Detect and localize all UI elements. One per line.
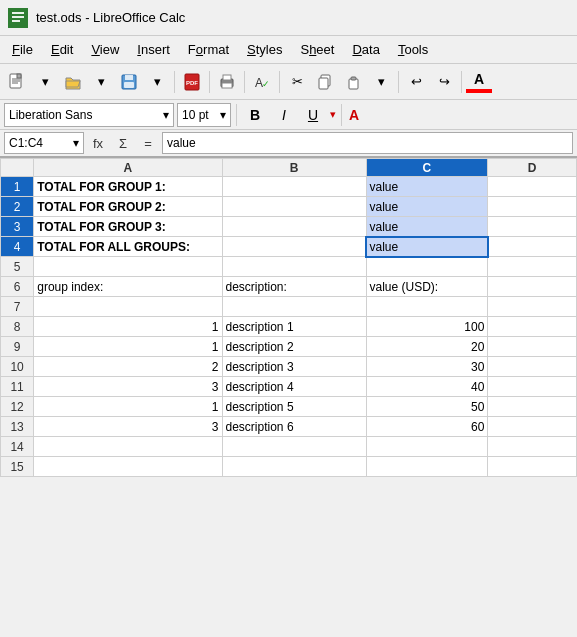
- cell-d9[interactable]: [488, 337, 577, 357]
- cell-c2[interactable]: value: [366, 197, 488, 217]
- menu-sheet[interactable]: Sheet: [292, 39, 342, 60]
- cell-d13[interactable]: [488, 417, 577, 437]
- open-button[interactable]: [60, 69, 86, 95]
- cell-d14[interactable]: [488, 437, 577, 457]
- pdf-button[interactable]: PDF: [179, 69, 205, 95]
- cell-c11[interactable]: 40: [366, 377, 488, 397]
- cell-a13[interactable]: 3: [34, 417, 222, 437]
- cell-b15[interactable]: [222, 457, 366, 477]
- cell-d15[interactable]: [488, 457, 577, 477]
- cell-c12[interactable]: 50: [366, 397, 488, 417]
- cell-c5[interactable]: [366, 257, 488, 277]
- cell-c10[interactable]: 30: [366, 357, 488, 377]
- row-hdr-12[interactable]: 12: [1, 397, 34, 417]
- col-hdr-c[interactable]: C: [366, 159, 488, 177]
- font-name-box[interactable]: Liberation Sans ▾: [4, 103, 174, 127]
- cell-a11[interactable]: 3: [34, 377, 222, 397]
- cell-a1[interactable]: TOTAL FOR GROUP 1:: [34, 177, 222, 197]
- cell-b13[interactable]: description 6: [222, 417, 366, 437]
- row-hdr-9[interactable]: 9: [1, 337, 34, 357]
- cell-b10[interactable]: description 3: [222, 357, 366, 377]
- equals-button[interactable]: =: [137, 132, 159, 154]
- function-wizard-button[interactable]: fx: [87, 132, 109, 154]
- font-color-button[interactable]: A: [466, 71, 492, 93]
- cell-c7[interactable]: [366, 297, 488, 317]
- cell-b9[interactable]: description 2: [222, 337, 366, 357]
- cell-a12[interactable]: 1: [34, 397, 222, 417]
- bold-button[interactable]: B: [242, 102, 268, 128]
- cell-b14[interactable]: [222, 437, 366, 457]
- row-hdr-5[interactable]: 5: [1, 257, 34, 277]
- col-hdr-a[interactable]: A: [34, 159, 222, 177]
- row-hdr-7[interactable]: 7: [1, 297, 34, 317]
- cell-b3[interactable]: [222, 217, 366, 237]
- redo-button[interactable]: ↪: [431, 69, 457, 95]
- open-dropdown-button[interactable]: ▾: [88, 69, 114, 95]
- cell-c15[interactable]: [366, 457, 488, 477]
- cell-a15[interactable]: [34, 457, 222, 477]
- cell-c6[interactable]: value (USD):: [366, 277, 488, 297]
- cell-b1[interactable]: [222, 177, 366, 197]
- menu-view[interactable]: View: [83, 39, 127, 60]
- row-hdr-11[interactable]: 11: [1, 377, 34, 397]
- cell-a8[interactable]: 1: [34, 317, 222, 337]
- cell-d5[interactable]: [488, 257, 577, 277]
- cell-a3[interactable]: TOTAL FOR GROUP 3:: [34, 217, 222, 237]
- cell-b11[interactable]: description 4: [222, 377, 366, 397]
- cell-a6[interactable]: group index:: [34, 277, 222, 297]
- cell-d12[interactable]: [488, 397, 577, 417]
- cell-d4[interactable]: [488, 237, 577, 257]
- cell-b5[interactable]: [222, 257, 366, 277]
- col-hdr-d[interactable]: D: [488, 159, 577, 177]
- row-hdr-13[interactable]: 13: [1, 417, 34, 437]
- new-dropdown-button[interactable]: ▾: [32, 69, 58, 95]
- spellcheck-button[interactable]: A ✓: [249, 69, 275, 95]
- menu-file[interactable]: File: [4, 39, 41, 60]
- sum-button[interactable]: Σ: [112, 132, 134, 154]
- cell-b2[interactable]: [222, 197, 366, 217]
- cell-ref-box[interactable]: C1:C4 ▾: [4, 132, 84, 154]
- cell-c13[interactable]: 60: [366, 417, 488, 437]
- undo-button[interactable]: ↩: [403, 69, 429, 95]
- cut-button[interactable]: ✂: [284, 69, 310, 95]
- cell-c14[interactable]: [366, 437, 488, 457]
- cell-a4[interactable]: TOTAL FOR ALL GROUPS:: [34, 237, 222, 257]
- cell-d7[interactable]: [488, 297, 577, 317]
- cell-d11[interactable]: [488, 377, 577, 397]
- row-hdr-2[interactable]: 2: [1, 197, 34, 217]
- row-hdr-1[interactable]: 1: [1, 177, 34, 197]
- font-color-button-2[interactable]: A: [349, 107, 359, 123]
- cell-d6[interactable]: [488, 277, 577, 297]
- cell-b6[interactable]: description:: [222, 277, 366, 297]
- cell-a7[interactable]: [34, 297, 222, 317]
- row-hdr-15[interactable]: 15: [1, 457, 34, 477]
- cell-a14[interactable]: [34, 437, 222, 457]
- save-button[interactable]: [116, 69, 142, 95]
- cell-d2[interactable]: [488, 197, 577, 217]
- cell-d10[interactable]: [488, 357, 577, 377]
- menu-data[interactable]: Data: [344, 39, 387, 60]
- row-hdr-3[interactable]: 3: [1, 217, 34, 237]
- row-hdr-4[interactable]: 4: [1, 237, 34, 257]
- cell-b4[interactable]: [222, 237, 366, 257]
- cell-c9[interactable]: 20: [366, 337, 488, 357]
- cell-a5[interactable]: [34, 257, 222, 277]
- menu-styles[interactable]: Styles: [239, 39, 290, 60]
- cell-d3[interactable]: [488, 217, 577, 237]
- menu-edit[interactable]: Edit: [43, 39, 81, 60]
- paste-button[interactable]: [340, 69, 366, 95]
- formula-input[interactable]: [162, 132, 573, 154]
- paste-dropdown-button[interactable]: ▾: [368, 69, 394, 95]
- cell-c3[interactable]: value: [366, 217, 488, 237]
- cell-b12[interactable]: description 5: [222, 397, 366, 417]
- font-size-box[interactable]: 10 pt ▾: [177, 103, 231, 127]
- underline-button[interactable]: U: [300, 102, 326, 128]
- cell-d8[interactable]: [488, 317, 577, 337]
- row-hdr-14[interactable]: 14: [1, 437, 34, 457]
- row-hdr-6[interactable]: 6: [1, 277, 34, 297]
- row-hdr-10[interactable]: 10: [1, 357, 34, 377]
- col-hdr-b[interactable]: B: [222, 159, 366, 177]
- cell-c1[interactable]: value: [366, 177, 488, 197]
- save-dropdown-button[interactable]: ▾: [144, 69, 170, 95]
- cell-b7[interactable]: [222, 297, 366, 317]
